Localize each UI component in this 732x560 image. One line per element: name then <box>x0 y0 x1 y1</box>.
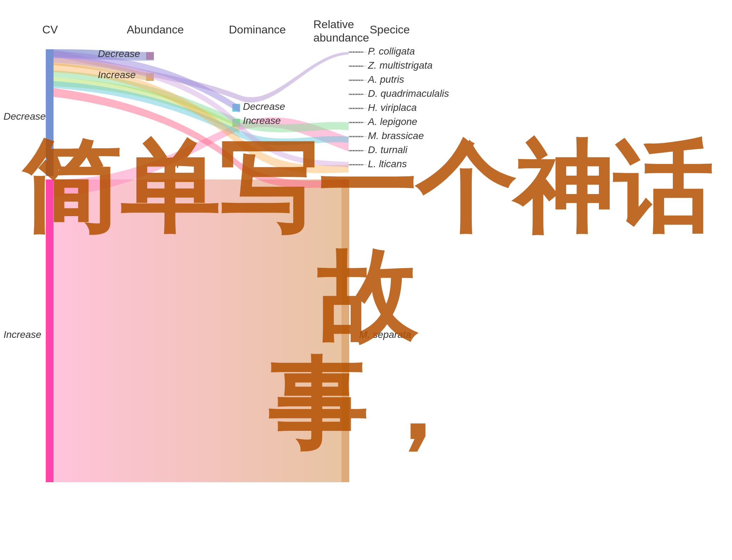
svg-text:CV: CV <box>42 23 58 36</box>
svg-text:Increase: Increase <box>98 69 136 80</box>
svg-rect-6 <box>46 49 54 176</box>
svg-rect-31 <box>54 180 349 482</box>
svg-text:abundance: abundance <box>313 31 369 44</box>
svg-text:Increase: Increase <box>4 329 41 340</box>
svg-text:Decrease: Decrease <box>243 101 285 112</box>
svg-text:M. brassicae: M. brassicae <box>368 130 424 141</box>
svg-text:D. turnali: D. turnali <box>368 144 408 155</box>
svg-text:A. putris: A. putris <box>367 74 404 85</box>
svg-text:Z. multistrigata: Z. multistrigata <box>368 60 433 71</box>
svg-text:Dominance: Dominance <box>229 23 286 36</box>
svg-text:Decrease: Decrease <box>4 111 46 122</box>
svg-text:D. quadrimaculalis: D. quadrimaculalis <box>368 88 449 99</box>
svg-text:Relative: Relative <box>313 18 354 31</box>
svg-text:A. lepigone: A. lepigone <box>367 116 417 127</box>
svg-text:Specice: Specice <box>370 23 410 36</box>
svg-rect-32 <box>342 180 349 482</box>
svg-rect-30 <box>46 180 54 482</box>
svg-text:H. viriplaca: H. viriplaca <box>368 102 417 113</box>
svg-text:P. colligata: P. colligata <box>368 46 415 57</box>
svg-text:L. lticans: L. lticans <box>368 158 407 169</box>
svg-text:Abundance: Abundance <box>127 23 184 36</box>
svg-text:Decrease: Decrease <box>98 48 140 59</box>
svg-text:M. separata: M. separata <box>359 329 411 340</box>
svg-text:Increase: Increase <box>243 115 281 126</box>
